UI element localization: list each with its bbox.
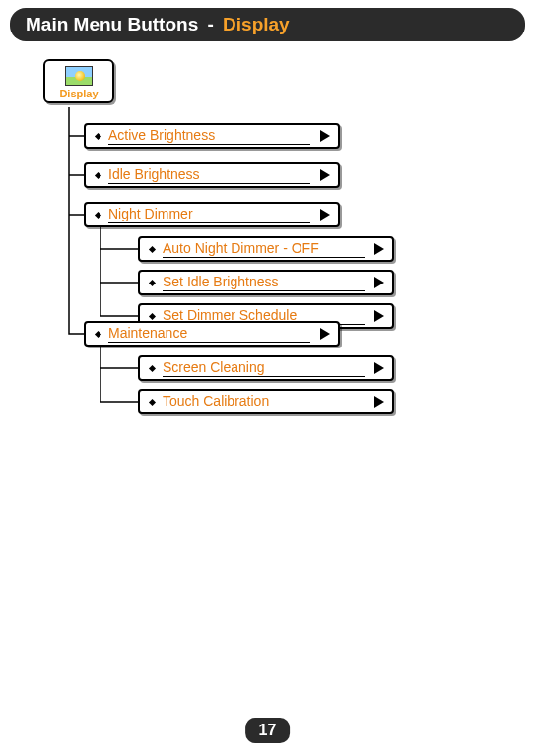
bullet-icon [149, 245, 156, 252]
active-brightness-item[interactable]: Active Brightness [84, 123, 340, 149]
night-dimmer-label: Night Dimmer [108, 206, 310, 223]
header-title: Main Menu Buttons [26, 14, 198, 34]
screen-cleaning-label: Screen Cleaning [163, 359, 365, 377]
bullet-icon [95, 132, 101, 139]
display-node-label: Display [53, 88, 104, 99]
bullet-icon [95, 330, 101, 337]
maintenance-item[interactable]: Maintenance [84, 321, 340, 346]
menu-tree: Display Active Brightness Idle Brightnes… [39, 59, 535, 433]
active-brightness-label: Active Brightness [108, 127, 310, 145]
chevron-right-icon [320, 328, 330, 340]
display-node[interactable]: Display [43, 59, 114, 103]
chevron-right-icon [374, 396, 384, 408]
auto-night-dimmer-label: Auto Night Dimmer - OFF [163, 240, 365, 258]
bullet-icon [149, 364, 156, 371]
chevron-right-icon [320, 169, 330, 181]
page-number: 17 [245, 718, 291, 743]
screen-cleaning-item[interactable]: Screen Cleaning [138, 355, 394, 381]
bullet-icon [149, 312, 156, 319]
chevron-right-icon [374, 362, 384, 374]
bullet-icon [149, 279, 156, 285]
page-header: Main Menu Buttons - Display [10, 8, 525, 41]
maintenance-label: Maintenance [108, 325, 310, 343]
night-dimmer-item[interactable]: Night Dimmer [84, 202, 340, 227]
idle-brightness-label: Idle Brightness [108, 166, 310, 184]
idle-brightness-item[interactable]: Idle Brightness [84, 162, 340, 188]
touch-calibration-item[interactable]: Touch Calibration [138, 389, 394, 414]
header-subtitle: Display [223, 14, 290, 34]
chevron-right-icon [320, 209, 330, 220]
bullet-icon [95, 171, 101, 178]
touch-calibration-label: Touch Calibration [163, 393, 365, 410]
bullet-icon [149, 398, 156, 405]
chevron-right-icon [374, 243, 384, 255]
chevron-right-icon [320, 130, 330, 142]
set-idle-brightness-item[interactable]: Set Idle Brightness [138, 270, 394, 295]
set-idle-brightness-label: Set Idle Brightness [163, 274, 365, 291]
chevron-right-icon [374, 277, 384, 288]
chevron-right-icon [374, 310, 384, 322]
auto-night-dimmer-item[interactable]: Auto Night Dimmer - OFF [138, 236, 394, 262]
bullet-icon [95, 211, 101, 218]
display-icon [65, 66, 93, 86]
header-separator: - [207, 14, 213, 34]
